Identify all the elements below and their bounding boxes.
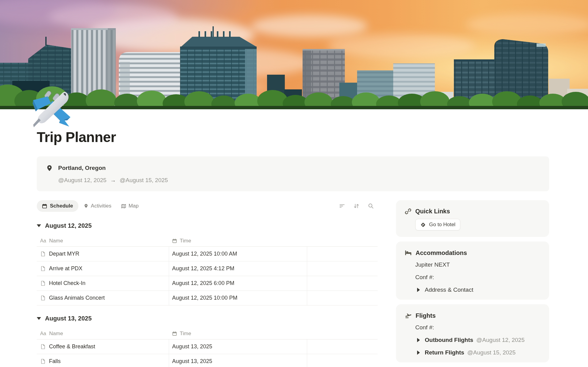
page-icon (40, 358, 46, 364)
row-extra-cell[interactable] (307, 354, 378, 367)
name-header-label: Name (49, 238, 63, 244)
tab-activities[interactable]: Activities (79, 200, 116, 212)
outbound-flights-toggle[interactable]: Outbound Flights @August 12, 2025 (417, 337, 541, 343)
column-gap (378, 200, 396, 367)
quick-links-title-row: Quick Links (405, 208, 541, 215)
flights-card: Flights Conf #: Outbound Flights @August… (396, 304, 549, 362)
row-extra-cell[interactable] (307, 261, 378, 276)
row-name-label: Arrive at PDX (49, 265, 82, 272)
flights-title-row: Flights (405, 312, 541, 319)
column-header-name[interactable]: Aa Name (37, 331, 169, 337)
start-date-mention[interactable]: @August 12, 2025 (58, 177, 107, 184)
row-time-cell[interactable]: August 13, 2025 (169, 339, 307, 354)
page-icon (40, 251, 46, 257)
row-name-cell[interactable]: Depart MYR (37, 247, 169, 261)
row-name-cell[interactable]: Falls (37, 354, 169, 367)
row-time-label: August 12, 2025 4:12 PM (172, 265, 234, 272)
group-header-aug-13[interactable]: August 13, 2025 (37, 315, 378, 322)
column-header-time[interactable]: Time (169, 331, 307, 337)
row-extra-cell[interactable] (307, 339, 378, 354)
return-date-mention[interactable]: @August 15, 2025 (467, 349, 516, 356)
row-name-cell[interactable]: Arrive at PDX (37, 261, 169, 276)
page-icon (40, 280, 46, 286)
table-header-row: Aa Name Time (37, 328, 378, 339)
row-extra-cell[interactable] (307, 247, 378, 261)
tab-map[interactable]: Map (117, 200, 143, 212)
return-flights-toggle[interactable]: Return Flights @August 15, 2025 (417, 349, 541, 356)
address-contact-toggle[interactable]: Address & Contact (417, 286, 541, 293)
row-time-cell[interactable]: August 12, 2025 4:12 PM (169, 261, 307, 276)
calendar-icon (172, 238, 177, 243)
page-icon (40, 295, 46, 301)
page-title: Trip Planner (37, 129, 549, 145)
collapse-toggle-icon[interactable] (37, 317, 41, 320)
directions-icon (420, 222, 426, 228)
toggle-right-icon[interactable] (417, 338, 420, 342)
portland-skyline-sunset (0, 0, 588, 109)
calendar-icon (172, 331, 177, 336)
table-row[interactable]: Coffee & Breakfast August 13, 2025 (37, 339, 378, 354)
go-to-hotel-button[interactable]: Go to Hotel (415, 219, 460, 230)
outbound-flights-label: Outbound Flights (425, 337, 473, 343)
column-header-time[interactable]: Time (169, 238, 307, 244)
column-header-extra (307, 328, 378, 339)
calendar-icon (42, 204, 47, 209)
table-row[interactable]: Falls August 13, 2025 (37, 354, 378, 367)
end-date-mention[interactable]: @August 15, 2025 (120, 177, 168, 184)
row-name-cell[interactable]: Glass Animals Concert (37, 291, 169, 305)
return-flights-label: Return Flights (425, 349, 464, 356)
cover-image (0, 0, 588, 109)
hotel-name: Jupiter NEXT (415, 261, 541, 268)
flights-conf-label: Conf #: (415, 324, 541, 331)
sort-icon[interactable] (353, 203, 360, 209)
arrow-right-glyph: → (110, 177, 116, 184)
group-header-aug-12[interactable]: August 12, 2025 (37, 222, 378, 229)
table-row[interactable]: Hotel Check-In August 12, 2025 6:00 PM (37, 276, 378, 291)
tab-activities-label: Activities (91, 203, 111, 209)
pin-icon (84, 204, 89, 208)
name-header-label: Name (49, 331, 63, 337)
search-icon[interactable] (368, 203, 374, 209)
table-row[interactable]: Depart MYR August 12, 2025 10:00 AM (37, 247, 378, 261)
row-name-label: Depart MYR (49, 251, 79, 257)
toggle-right-icon[interactable] (417, 288, 420, 292)
address-contact-label: Address & Contact (425, 286, 473, 293)
collapse-toggle-icon[interactable] (37, 224, 41, 227)
page-icon (40, 344, 46, 350)
row-name-label: Hotel Check-In (49, 280, 85, 286)
quick-links-card: Quick Links Go to Hotel (396, 200, 549, 237)
tab-schedule[interactable]: Schedule (37, 200, 78, 212)
row-name-label: Falls (49, 358, 61, 365)
table-row[interactable]: Arrive at PDX August 12, 2025 4:12 PM (37, 261, 378, 276)
row-time-label: August 13, 2025 (172, 343, 212, 350)
row-time-cell[interactable]: August 12, 2025 10:00 AM (169, 247, 307, 261)
column-header-extra (307, 235, 378, 246)
bed-icon (405, 249, 412, 257)
flights-title: Flights (416, 312, 436, 319)
row-time-cell[interactable]: August 13, 2025 (169, 354, 307, 367)
trip-dates: @August 12, 2025 → @August 15, 2025 (58, 177, 168, 184)
accommodations-title-row: Accommodations (405, 249, 541, 257)
accommodations-conf-label: Conf #: (415, 274, 541, 281)
accommodations-card: Accommodations Jupiter NEXT Conf #: Addr… (396, 242, 549, 300)
text-property-icon: Aa (40, 238, 46, 244)
toggle-right-icon[interactable] (417, 350, 420, 355)
view-tabs: Schedule Activities Map (37, 200, 378, 212)
row-extra-cell[interactable] (307, 291, 378, 305)
filter-icon[interactable] (339, 203, 345, 209)
row-time-label: August 12, 2025 10:00 PM (172, 295, 237, 301)
table-header-row: Aa Name Time (37, 235, 378, 247)
group-title: August 13, 2025 (45, 315, 92, 322)
row-name-cell[interactable]: Coffee & Breakfast (37, 339, 169, 354)
row-extra-cell[interactable] (307, 276, 378, 290)
row-time-cell[interactable]: August 12, 2025 10:00 PM (169, 291, 307, 305)
column-header-name[interactable]: Aa Name (37, 238, 169, 244)
table-row[interactable]: Glass Animals Concert August 12, 2025 10… (37, 291, 378, 305)
row-name-cell[interactable]: Hotel Check-In (37, 276, 169, 290)
row-time-cell[interactable]: August 12, 2025 6:00 PM (169, 276, 307, 290)
row-time-label: August 12, 2025 10:00 AM (172, 251, 237, 257)
link-icon (405, 208, 412, 215)
outbound-date-mention[interactable]: @August 12, 2025 (476, 337, 525, 343)
group-title: August 12, 2025 (45, 222, 92, 229)
callout-body: Portland, Oregon @August 12, 2025 → @Aug… (58, 164, 168, 183)
